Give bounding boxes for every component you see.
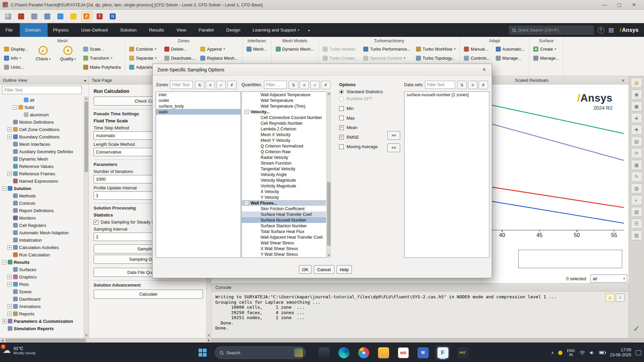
group-expander-icon[interactable]: – <box>245 201 249 205</box>
tree-expander-icon[interactable]: + <box>7 282 12 287</box>
quantity-row[interactable]: Q Criterion Raw <box>242 149 326 155</box>
start-button[interactable] <box>199 349 207 357</box>
tray-chevron-up-icon[interactable]: ∧ <box>551 351 554 355</box>
tree-item[interactable]: Mesh Interfaces <box>0 140 84 148</box>
ribbon-replace-mesh[interactable]: Replace Mesh... <box>199 54 239 62</box>
tree-item[interactable]: – Solid <box>0 104 84 111</box>
zone-row[interactable]: outlet <box>156 98 240 103</box>
battery-icon[interactable] <box>599 351 605 354</box>
quick-search-input[interactable] <box>518 28 591 33</box>
ribbon-spectral-content[interactable]: Spectral Content▾ <box>362 54 411 62</box>
tree-item[interactable]: Dashboard <box>0 295 84 303</box>
close-button[interactable]: ✕ <box>627 0 641 9</box>
graphics-tool-button[interactable]: ◉ <box>631 89 642 100</box>
quantity-row[interactable]: Wall Temperature (Thin) <box>242 103 326 109</box>
tree-item[interactable]: Reference Values <box>0 163 84 170</box>
graphics-tool-button[interactable]: ▧ <box>631 207 642 217</box>
scroll-left-icon[interactable]: ◀ <box>0 338 5 343</box>
menu-tab[interactable]: Parallel <box>193 23 221 37</box>
quantity-row[interactable]: Q Criterion Normalized <box>242 143 326 149</box>
ribbon-create[interactable]: ✚Create▾ <box>532 45 560 53</box>
quantity-row[interactable]: – Velocity... <box>242 109 326 115</box>
notification-center-icon[interactable] <box>636 350 641 355</box>
taskbar-app-button[interactable] <box>337 346 351 360</box>
quantity-row[interactable]: Velocity Angle <box>242 172 326 177</box>
quantity-row[interactable]: X Wall Shear Stress <box>242 246 326 251</box>
zone-row[interactable]: surface_body <box>156 103 240 109</box>
quantity-row[interactable]: Radial Velocity <box>242 155 326 160</box>
tree-item[interactable]: Simulation Reports <box>0 325 84 332</box>
tree-item[interactable]: Cell Registers <box>0 222 84 229</box>
quantity-row[interactable]: Velocity Magnitude <box>242 177 326 183</box>
qat-button[interactable]: T <box>94 11 105 21</box>
quantity-row[interactable]: X Velocity <box>242 189 326 194</box>
qat-button[interactable] <box>42 11 53 21</box>
tree-expander-icon[interactable]: + <box>7 172 12 176</box>
ribbon-collapse-icon[interactable]: ▴ <box>305 28 314 32</box>
quantity-row[interactable]: Vorticity Magnitude <box>242 183 326 189</box>
quantity-row[interactable]: Stream Function <box>242 160 326 166</box>
tree-item[interactable]: + Reports <box>0 310 84 317</box>
list-tool-button[interactable]: ⇅ <box>289 81 298 89</box>
console-output[interactable]: Writing to SURYATEJA:"C:\Users\kapar\jou… <box>211 292 629 334</box>
tree-item[interactable]: + Cell Zone Conditions <box>0 126 84 133</box>
qat-button[interactable] <box>16 11 26 21</box>
datasets-filter-input[interactable] <box>425 81 455 89</box>
menu-tab[interactable]: Physics <box>48 23 76 37</box>
tree-item[interactable]: Automatic Mesh Adaption <box>0 229 84 236</box>
list-tool-button[interactable]: ✓ <box>216 81 226 89</box>
qat-button[interactable]: N <box>107 11 118 21</box>
tree-item[interactable]: + Calculation Activities <box>0 244 84 251</box>
quantity-row[interactable]: Wall Temperature <box>242 98 326 103</box>
tree-item[interactable]: – Solution <box>0 185 84 192</box>
scroll-down-icon[interactable]: ▼ <box>327 253 331 258</box>
tree-expander-icon[interactable]: + <box>7 275 12 279</box>
ribbon-separate[interactable]: Separate▾ <box>128 54 160 62</box>
language-indicator[interactable]: ENG IN <box>567 349 575 357</box>
zones-filter-input[interactable] <box>170 81 193 89</box>
scrollbar-thumb[interactable] <box>327 182 331 246</box>
quantity-row[interactable]: Cell Convective Courant Number <box>242 115 326 120</box>
quantity-row[interactable]: Skin Friction Coefficient <box>242 206 326 212</box>
quantity-row[interactable]: Mesh X Velocity <box>242 132 326 137</box>
ribbon-dynamic-mesh[interactable]: Dynamic Mesh... <box>275 45 315 53</box>
calculate-button[interactable]: Calculate <box>94 290 203 299</box>
quantity-row[interactable]: Y Wall Shear Stress <box>242 251 326 257</box>
ribbon-info[interactable]: iInfo▾ <box>3 54 29 62</box>
ribbon-scale[interactable]: Scale... <box>82 45 122 53</box>
scrollbar-thumb[interactable] <box>5 339 86 342</box>
list-tool-button[interactable]: ✗ <box>227 81 236 89</box>
ribbon-check[interactable]: ✓Check▾ <box>33 45 54 61</box>
tree-expander-icon[interactable]: – <box>13 105 17 110</box>
ribbon-append[interactable]: Append▾ <box>199 45 239 53</box>
graphics-tool-button[interactable]: ▤ <box>631 136 642 146</box>
quantity-row[interactable]: Lambda 2 Criterion <box>242 126 326 132</box>
tree-item[interactable]: Initialization <box>0 236 84 244</box>
ribbon-automatic[interactable]: Automatic... <box>495 45 526 53</box>
dialog-titlebar[interactable]: Zone-Specific Sampling Options × <box>153 64 492 75</box>
checkbox-option[interactable]: Mean <box>339 124 378 131</box>
tree-expander-icon[interactable]: + <box>7 304 12 309</box>
scrollbar-thumb[interactable] <box>85 102 88 172</box>
menu-tab[interactable]: File <box>0 23 20 37</box>
ribbon-deactivate[interactable]: Deactivate... <box>163 54 196 62</box>
ribbon-make-polyhedra[interactable]: Make Polyhedra <box>82 63 122 71</box>
ribbon-manage[interactable]: Manage... <box>495 54 526 62</box>
scroll-right-icon[interactable]: ▶ <box>207 338 211 343</box>
tree-item[interactable]: + Animations <box>0 303 84 310</box>
menu-tab[interactable]: User-Defined <box>76 23 115 37</box>
maximize-button[interactable]: ▢ <box>612 0 627 9</box>
outline-scrollbar[interactable]: ▲ ▼ <box>84 96 89 338</box>
tree-item[interactable]: Methods <box>0 192 84 199</box>
list-tool-button[interactable]: ✗ <box>479 81 488 89</box>
graphics-tool-button[interactable]: ▣ <box>631 101 642 111</box>
taskbar-app-button[interactable]: PST <box>455 346 470 360</box>
zone-row[interactable]: inlet <box>156 92 240 98</box>
ribbon-combine[interactable]: Combine▾ <box>128 45 160 53</box>
checkbox-option[interactable]: RMSE <box>339 134 378 141</box>
horizontal-scrollbar[interactable]: ◀ ▶ <box>0 338 211 343</box>
tree-item[interactable]: Motion Definitions <box>0 118 84 126</box>
ribbon-mesh[interactable]: Mesh... <box>246 45 268 53</box>
zone-row[interactable]: walls <box>156 109 240 115</box>
taskbar-app-button[interactable]: M <box>416 346 430 360</box>
